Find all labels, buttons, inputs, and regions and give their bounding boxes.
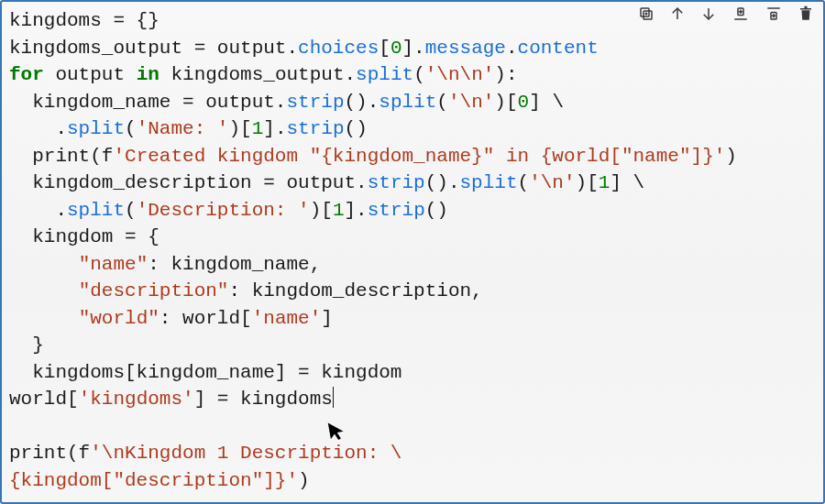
- code-str: 'name': [252, 308, 322, 329]
- code-editor[interactable]: kingdoms = {} kingdoms_output = output.c…: [9, 7, 816, 499]
- code-str: 'Name: ': [137, 118, 229, 139]
- code-text: kingdom_name = output: [9, 92, 275, 113]
- code-text: ]: [321, 308, 333, 329]
- code-str: "world": [79, 308, 160, 329]
- code-text: [9, 308, 79, 329]
- code-attr: split: [460, 172, 518, 193]
- code-str: "name": [79, 254, 148, 275]
- code-attr: split: [67, 200, 125, 221]
- code-text: : kingdom_name,: [148, 254, 321, 275]
- code-text: [9, 254, 79, 275]
- code-cell[interactable]: kingdoms = {} kingdoms_output = output.c…: [0, 0, 825, 504]
- code-num: 1: [252, 118, 264, 139]
- code-num: 1: [333, 200, 345, 221]
- code-str: 'kingdoms': [79, 389, 194, 410]
- code-attr: split: [379, 92, 436, 113]
- code-attr: strip: [287, 118, 345, 139]
- code-attr: split: [67, 118, 125, 139]
- code-text: [9, 280, 79, 301]
- code-text: .: [9, 118, 67, 139]
- code-text: print(f: [9, 443, 90, 464]
- code-attr: strip: [286, 92, 344, 113]
- code-str: '\n\n': [425, 64, 495, 85]
- code-text: : kingdom_description,: [228, 280, 482, 301]
- code-text: world[: [9, 389, 79, 410]
- code-attr: split: [356, 64, 413, 85]
- text-caret: [333, 387, 334, 408]
- code-text: : world[: [160, 308, 252, 329]
- code-num: 0: [390, 38, 402, 59]
- code-keyword: in: [137, 64, 160, 85]
- code-str: "description": [79, 280, 229, 301]
- code-keyword: for: [9, 64, 44, 85]
- code-num: 1: [599, 172, 610, 193]
- code-str: 'Created kingdom "{kingdom_name}" in {wo…: [113, 146, 725, 167]
- code-text: output: [44, 64, 137, 85]
- code-str: '\nKingdom 1 Description: \: [90, 443, 402, 464]
- code-attr: strip: [368, 172, 425, 193]
- code-str: 'Description: ': [137, 200, 310, 221]
- code-text: kingdoms[kingdom_name] = kingdom: [9, 362, 402, 383]
- code-attr: choices: [298, 38, 379, 59]
- code-str: '\n': [529, 172, 575, 193]
- code-text: .: [9, 200, 67, 221]
- code-text: kingdom = {: [9, 226, 160, 247]
- code-attr: message: [425, 38, 506, 59]
- code-text: ): [298, 470, 310, 491]
- code-line: kingdoms_output = output: [9, 38, 286, 59]
- code-text: print(f: [9, 146, 113, 167]
- code-line: kingdoms = {}: [9, 10, 160, 31]
- code-text: kingdoms_output: [160, 64, 345, 85]
- code-str: '\n': [448, 92, 494, 113]
- code-text: kingdom_description = output: [9, 172, 356, 193]
- code-num: 0: [518, 92, 530, 113]
- code-str: {kingdom["description"]}': [9, 470, 298, 491]
- code-text: }: [9, 334, 44, 356]
- code-text: ] = kingdoms: [194, 389, 333, 410]
- code-attr: strip: [368, 200, 425, 221]
- code-attr: content: [518, 38, 599, 59]
